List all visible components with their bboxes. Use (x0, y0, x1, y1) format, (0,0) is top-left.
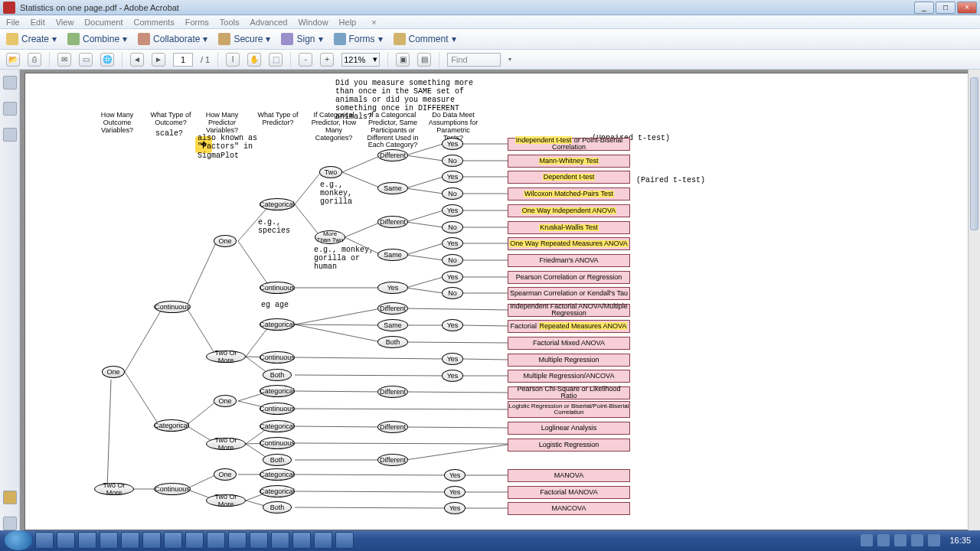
tray-network-icon[interactable] (911, 534, 923, 546)
tray-icon-2[interactable] (877, 534, 890, 546)
menu-edit[interactable]: Edit (31, 18, 45, 27)
titlebar: Statistics on one page.pdf - Adobe Acrob… (0, 0, 980, 15)
sign-icon (281, 33, 293, 45)
task-app-10[interactable] (250, 532, 268, 549)
svg-line-2 (107, 380, 111, 489)
res-18: Loglinear Analysis (508, 422, 630, 435)
svg-line-30 (406, 308, 508, 310)
task-app-12[interactable] (292, 532, 311, 549)
document-viewport[interactable]: Did you measure something more than once… (20, 70, 980, 530)
comment-button[interactable]: Comment ▾ (394, 33, 456, 45)
close-button[interactable]: × (957, 2, 977, 14)
tray-volume-icon[interactable] (928, 534, 940, 546)
task-app-9[interactable] (228, 532, 247, 549)
node-cat-4: Categorical (260, 420, 295, 432)
zoom-in-icon[interactable]: + (320, 53, 334, 67)
task-app-11[interactable] (271, 532, 289, 549)
zoom-out-icon[interactable]: - (299, 53, 312, 67)
node-categorical-b: Categorical (154, 419, 189, 432)
pages-panel-icon[interactable] (3, 76, 17, 90)
yn-3n: No (442, 221, 463, 233)
web-icon[interactable]: 🌐 (100, 53, 114, 67)
menu-view[interactable]: View (56, 18, 74, 27)
menu-tools[interactable]: Tools (220, 18, 240, 27)
yn-7y: Yes (442, 353, 463, 365)
fit-page-icon[interactable]: ▣ (396, 53, 410, 67)
task-app-8[interactable] (207, 532, 225, 549)
task-app-13[interactable] (314, 532, 332, 549)
fit-width-icon[interactable]: ▤ (417, 53, 431, 67)
email-icon[interactable]: ✉ (57, 53, 71, 67)
scrollbar-vertical[interactable] (968, 70, 980, 530)
maximize-button[interactable]: □ (936, 2, 956, 14)
open-icon[interactable]: 📂 (6, 53, 20, 67)
side-panel (0, 70, 20, 530)
yn-8y: Yes (442, 370, 463, 382)
node-cat-1: Categorical (260, 198, 295, 210)
page-input[interactable] (173, 53, 193, 67)
task-app-2[interactable] (78, 532, 96, 549)
menu-document[interactable]: Document (84, 18, 122, 27)
combine-button[interactable]: Combine ▾ (67, 33, 127, 45)
menu-window[interactable]: Window (298, 18, 328, 27)
svg-line-11 (345, 222, 381, 237)
signatures-panel-icon[interactable] (3, 128, 17, 142)
secure-icon (218, 33, 230, 45)
node-cat-2: Categorical (260, 318, 295, 331)
taskbar-clock[interactable]: 16:35 (945, 536, 975, 545)
scrollbar-thumb[interactable] (970, 77, 978, 230)
res-21: Factorial MANOVA (508, 486, 630, 499)
svg-line-48 (295, 426, 381, 427)
prev-page-icon[interactable]: ◄ (130, 53, 144, 67)
task-app-4[interactable] (121, 532, 139, 549)
next-page-icon[interactable]: ► (152, 53, 165, 67)
svg-line-29 (295, 324, 381, 342)
hand-icon[interactable]: ✋ (247, 53, 261, 67)
task-app-3[interactable] (100, 532, 118, 549)
page-icon[interactable]: ▭ (79, 53, 93, 67)
task-app-5[interactable] (142, 532, 161, 549)
start-button[interactable] (5, 530, 32, 550)
minimize-button[interactable]: _ (914, 2, 934, 14)
menu-comments[interactable]: Comments (134, 18, 175, 27)
task-app-7[interactable] (185, 532, 204, 549)
menu-help[interactable]: Help (339, 18, 357, 27)
task-app-6[interactable] (164, 532, 182, 549)
res-7: One Way Repeated Measures ANOVA (508, 237, 630, 250)
menu-advanced[interactable]: Advanced (250, 18, 288, 27)
node-continuous-a: Continuous (154, 301, 191, 313)
tab-close[interactable]: × (367, 18, 381, 27)
task-app-14[interactable] (335, 532, 354, 549)
collaborate-button[interactable]: Collaborate ▾ (138, 33, 207, 45)
sign-button[interactable]: Sign ▾ (281, 33, 322, 45)
yn-b3: Yes (444, 502, 466, 514)
tray-icon-1[interactable] (861, 534, 873, 546)
forms-button[interactable]: Forms ▾ (334, 33, 383, 45)
attachments-panel-icon[interactable] (3, 517, 17, 530)
task-explorer[interactable] (35, 532, 54, 549)
task-app-1[interactable] (57, 532, 75, 549)
svg-line-0 (125, 307, 163, 372)
bookmarks-panel-icon[interactable] (3, 102, 17, 116)
taskbar: 16:35 (0, 530, 980, 551)
tray-icon-3[interactable] (894, 534, 906, 546)
res-11: Independent Factorial ANOVA/Multiple Reg… (508, 304, 630, 317)
menu-forms[interactable]: Forms (185, 18, 209, 27)
create-button[interactable]: Create ▾ (6, 33, 57, 45)
print-icon[interactable]: ⎙ (28, 53, 41, 67)
marquee-icon[interactable]: ⬚ (269, 53, 283, 67)
res-14: Multiple Regression (508, 354, 630, 367)
svg-line-52 (406, 445, 508, 460)
find-box[interactable]: Find (447, 53, 501, 67)
svg-line-19 (406, 243, 443, 255)
menu-file[interactable]: File (6, 18, 20, 27)
svg-line-5 (238, 204, 270, 241)
secure-button[interactable]: Secure ▾ (218, 33, 270, 45)
comments-panel-icon[interactable] (3, 491, 17, 504)
res-8: Friedman's ANOVA (508, 254, 630, 267)
yn-1y: Yes (442, 138, 463, 150)
acrobat-icon (3, 2, 15, 14)
select-icon[interactable]: I (226, 53, 240, 67)
node-one-c: One (214, 395, 237, 407)
zoom-box[interactable]: 121% ▾ (341, 53, 380, 67)
